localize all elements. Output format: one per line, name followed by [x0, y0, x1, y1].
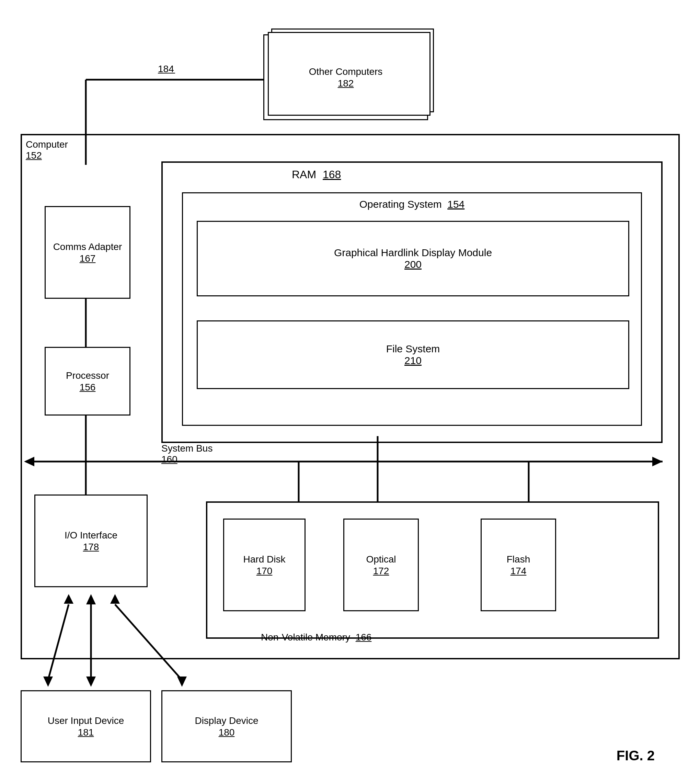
nvm-number: 166: [356, 632, 372, 642]
ram-label-container: RAM 168: [292, 168, 341, 181]
display-device-number: 180: [219, 727, 235, 738]
optical-number: 172: [373, 566, 389, 576]
svg-marker-23: [177, 677, 187, 687]
flash-label: Flash: [507, 553, 530, 566]
comms-adapter-number: 167: [80, 253, 96, 264]
system-bus-number: 160: [161, 454, 212, 465]
comms-adapter-label: Comms Adapter: [53, 241, 122, 253]
ram-number: 168: [323, 168, 341, 181]
display-device-label: Display Device: [195, 715, 258, 727]
nvm-label-container: Non-Volatile Memory 166: [261, 632, 372, 643]
optical-box: Optical 172: [343, 519, 419, 611]
file-system-box: File System 210: [197, 320, 629, 389]
fig-label: FIG. 2: [617, 748, 654, 763]
graphical-hardlink-box: Graphical Hardlink Display Module 200: [197, 221, 629, 296]
computer-number: 152: [26, 150, 68, 161]
user-input-number: 181: [78, 727, 94, 738]
diagram: 184: [0, 0, 689, 784]
optical-label: Optical: [366, 553, 396, 566]
system-bus-label: System Bus: [161, 443, 212, 454]
system-bus-label-container: System Bus 160: [161, 443, 212, 465]
graphical-hardlink-number: 200: [405, 259, 422, 270]
hard-disk-number: 170: [257, 566, 273, 576]
other-computers-label: Other Computers: [309, 66, 383, 78]
hard-disk-label: Hard Disk: [243, 553, 286, 566]
svg-marker-20: [86, 677, 96, 687]
processor-number: 156: [80, 382, 96, 393]
user-input-label: User Input Device: [48, 715, 124, 727]
comms-adapter-box: Comms Adapter 167: [44, 206, 130, 299]
nvm-label: Non-Volatile Memory: [261, 632, 350, 642]
file-system-label: File System: [386, 343, 440, 355]
other-computers-box: Other Computers 182: [263, 35, 428, 120]
svg-marker-17: [43, 677, 53, 687]
os-label-container: Operating System 154: [359, 198, 465, 210]
computer-label-container: Computer 152: [26, 139, 68, 161]
operating-system-box: Operating System 154 Graphical Hardlink …: [182, 192, 642, 426]
io-interface-number: 178: [83, 542, 99, 553]
flash-box: Flash 174: [481, 519, 556, 611]
svg-text:184: 184: [158, 64, 174, 74]
computer-label: Computer: [26, 139, 68, 150]
graphical-hardlink-label: Graphical Hardlink Display Module: [334, 247, 492, 259]
other-computers-number: 182: [338, 78, 354, 89]
os-label: Operating System: [359, 198, 442, 210]
hard-disk-box: Hard Disk 170: [223, 519, 306, 611]
processor-label: Processor: [66, 369, 109, 382]
io-interface-box: I/O Interface 178: [35, 494, 148, 587]
display-device-box: Display Device 180: [161, 690, 292, 763]
ram-label: RAM: [292, 168, 316, 181]
flash-number: 174: [510, 566, 526, 576]
user-input-device-box: User Input Device 181: [21, 690, 151, 763]
os-number: 154: [447, 198, 464, 210]
file-system-number: 210: [405, 355, 422, 366]
processor-box: Processor 156: [44, 347, 130, 415]
io-interface-label: I/O Interface: [64, 529, 117, 542]
